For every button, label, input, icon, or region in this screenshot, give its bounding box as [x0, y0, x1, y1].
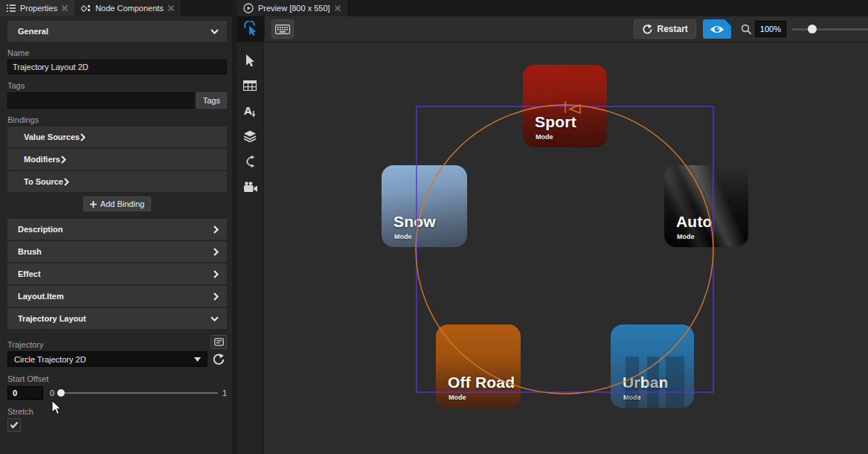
section-brush[interactable]: Brush — [7, 241, 227, 262]
tile-title: Off Road — [448, 374, 515, 391]
pointer-icon — [244, 54, 256, 68]
add-binding-label: Add Binding — [100, 199, 144, 208]
section-layout-item[interactable]: Layout.Item — [7, 286, 227, 307]
visibility-button[interactable] — [703, 19, 731, 39]
revert-icon[interactable] — [210, 351, 227, 367]
tile-title: Sport — [535, 113, 576, 131]
add-binding-button[interactable]: Add Binding — [83, 196, 151, 211]
restart-icon — [642, 24, 653, 35]
zoom-level-value: 100% — [760, 25, 781, 33]
binding-row-label: Modifiers — [24, 155, 60, 164]
bindings-label: Bindings — [7, 115, 227, 124]
tags-button[interactable]: Tags — [196, 92, 227, 109]
tags-label: Tags — [7, 81, 227, 90]
preview-panel: Preview [800 x 550] — [237, 0, 868, 454]
property-editor-icon[interactable] — [210, 335, 227, 349]
section-label: Effect — [18, 269, 41, 278]
plus-icon — [90, 201, 97, 208]
tile-subtitle: Mode — [623, 394, 641, 401]
chevron-right-icon — [213, 247, 219, 257]
properties-panel: Properties Node Components General — [0, 0, 237, 454]
slider-handle[interactable] — [57, 389, 65, 397]
tab-properties-label: Properties — [20, 4, 57, 13]
binding-row-value-sources[interactable]: Value Sources — [7, 127, 227, 147]
checkmark-icon — [10, 421, 19, 429]
binding-row-label: To Source — [24, 177, 63, 186]
section-label: Description — [18, 225, 63, 234]
grid-tool-button[interactable] — [237, 73, 264, 98]
tile-title: Auto — [676, 213, 713, 231]
svg-text:A: A — [244, 105, 252, 117]
stretch-checkbox[interactable] — [7, 418, 21, 432]
tab-properties[interactable]: Properties — [0, 0, 74, 16]
tags-input[interactable] — [7, 92, 194, 109]
pointer-tool-button[interactable] — [237, 48, 264, 73]
close-icon[interactable] — [62, 5, 68, 11]
interact-tool-button[interactable] — [237, 16, 264, 42]
zoom-slider-handle[interactable] — [808, 25, 817, 33]
mode-tile-snow[interactable]: Snow Mode — [382, 165, 467, 247]
slider-max-label: 1 — [222, 389, 227, 397]
keyboard-button[interactable] — [271, 19, 294, 39]
list-icon — [7, 4, 16, 12]
binding-row-modifiers[interactable]: Modifiers — [7, 149, 227, 170]
section-trajectory-layout[interactable]: Trajectory Layout — [7, 308, 227, 329]
mode-tile-urban[interactable]: Urban Mode — [611, 324, 694, 408]
tab-node-components[interactable]: Node Components — [74, 0, 181, 16]
chevron-right-icon — [60, 155, 67, 164]
magnifier-icon — [741, 24, 752, 35]
preview-zoom-slider[interactable] — [792, 19, 868, 39]
chevron-right-icon — [213, 225, 219, 234]
connections-icon — [244, 156, 256, 167]
chevron-right-icon — [63, 177, 70, 187]
chevron-right-icon — [80, 132, 86, 142]
start-offset-label: Start Offset — [7, 374, 227, 383]
name-input[interactable] — [7, 60, 227, 74]
trajectory-label: Trajectory — [7, 340, 44, 349]
chevron-right-icon — [213, 269, 219, 279]
chevron-down-icon — [210, 28, 219, 35]
binding-row-label: Value Sources — [24, 132, 80, 141]
connections-tool-button[interactable] — [237, 149, 264, 174]
slider-min-label: 0 — [50, 389, 54, 397]
left-tabbar: Properties Node Components — [0, 0, 232, 16]
grid-icon — [243, 80, 257, 91]
trajectory-dropdown[interactable]: Circle Trajectory 2D — [7, 351, 208, 367]
section-general[interactable]: General — [7, 21, 227, 42]
section-description[interactable]: Description — [7, 219, 227, 240]
start-offset-input[interactable] — [7, 386, 43, 400]
binding-row-to-source[interactable]: To Source — [7, 171, 227, 192]
tile-subtitle: Mode — [394, 233, 412, 240]
tab-preview[interactable]: Preview [800 x 550] — [237, 0, 347, 16]
zoom-level-field[interactable]: 100% — [755, 21, 786, 37]
trajectory-dropdown-value: Circle Trajectory 2D — [14, 355, 86, 364]
camera-tool-button[interactable] — [237, 174, 264, 199]
preview-canvas[interactable]: Sport Mode Snow Mode Auto Mode Off Road … — [264, 42, 868, 454]
mode-tile-offroad[interactable]: Off Road Mode — [436, 324, 521, 408]
video-camera-icon — [243, 182, 257, 193]
restart-label: Restart — [658, 24, 688, 34]
click-cursor-icon — [242, 21, 259, 37]
tile-title: Urban — [623, 374, 669, 391]
layers-tool-button[interactable] — [237, 124, 264, 149]
section-label: Trajectory Layout — [18, 314, 86, 323]
play-icon — [243, 3, 254, 13]
layers-icon — [243, 130, 257, 142]
preview-tabbar: Preview [800 x 550] — [237, 0, 868, 16]
section-label: Brush — [18, 247, 42, 256]
toolbar-divider — [264, 16, 265, 42]
start-offset-slider[interactable] — [59, 386, 218, 400]
dropdown-caret-icon — [194, 357, 201, 362]
restart-button[interactable]: Restart — [634, 19, 696, 39]
mode-tile-auto[interactable]: Auto Mode — [664, 165, 748, 247]
tile-subtitle: Mode — [677, 233, 695, 240]
mode-tile-sport[interactable]: Sport Mode — [523, 65, 607, 147]
close-icon[interactable] — [335, 5, 341, 11]
close-icon[interactable] — [168, 5, 174, 11]
text-tool-button[interactable]: A — [237, 98, 264, 124]
section-effect[interactable]: Effect — [7, 263, 227, 284]
section-general-label: General — [18, 27, 48, 36]
text-icon: A — [243, 105, 257, 118]
kanzi-studio-window: Properties Node Components General — [0, 0, 868, 454]
chevron-down-icon — [210, 316, 219, 322]
